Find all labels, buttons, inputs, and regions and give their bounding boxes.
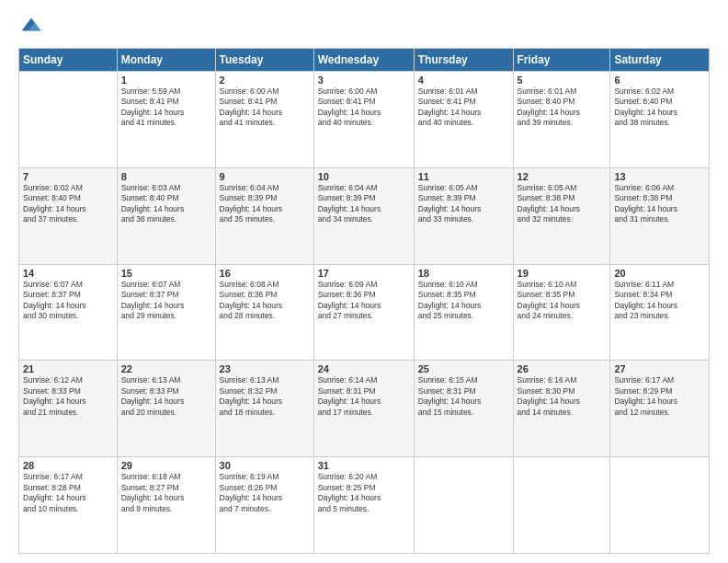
day-info: Sunrise: 6:01 AM Sunset: 8:40 PM Dayligh… [518,86,607,129]
calendar-cell: 11Sunrise: 6:05 AM Sunset: 8:39 PM Dayli… [414,167,513,264]
day-info: Sunrise: 6:13 AM Sunset: 8:32 PM Dayligh… [220,375,310,418]
logo-icon [18,15,44,40]
day-info: Sunrise: 6:04 AM Sunset: 8:39 PM Dayligh… [318,183,410,225]
calendar-cell: 28Sunrise: 6:17 AM Sunset: 8:28 PM Dayli… [19,457,118,554]
day-number: 7 [23,171,113,182]
day-number: 12 [518,171,607,182]
day-info: Sunrise: 6:09 AM Sunset: 8:36 PM Dayligh… [318,280,410,322]
day-number: 9 [220,171,310,182]
day-info: Sunrise: 6:00 AM Sunset: 8:41 PM Dayligh… [318,86,410,129]
calendar-cell: 7Sunrise: 6:02 AM Sunset: 8:40 PM Daylig… [19,167,118,264]
calendar-cell: 20Sunrise: 6:11 AM Sunset: 8:34 PM Dayli… [610,264,710,361]
day-number: 21 [23,363,113,374]
calendar-cell: 17Sunrise: 6:09 AM Sunset: 8:36 PM Dayli… [313,264,414,361]
day-info: Sunrise: 6:02 AM Sunset: 8:40 PM Dayligh… [614,86,705,129]
calendar-cell: 14Sunrise: 6:07 AM Sunset: 8:37 PM Dayli… [19,264,118,361]
calendar-cell: 2Sunrise: 6:00 AM Sunset: 8:41 PM Daylig… [215,72,313,168]
day-number: 5 [518,75,607,86]
day-number: 24 [318,363,410,374]
calendar-table: SundayMondayTuesdayWednesdayThursdayFrid… [18,48,710,554]
calendar-week-row: 7Sunrise: 6:02 AM Sunset: 8:40 PM Daylig… [19,167,710,264]
day-number: 20 [614,268,705,279]
day-number: 30 [220,460,310,471]
day-number: 1 [121,75,211,86]
calendar-cell: 9Sunrise: 6:04 AM Sunset: 8:39 PM Daylig… [215,167,313,264]
calendar-cell: 4Sunrise: 6:01 AM Sunset: 8:41 PM Daylig… [414,72,513,168]
day-number: 8 [121,171,211,182]
calendar-cell: 1Sunrise: 5:59 AM Sunset: 8:41 PM Daylig… [117,72,215,168]
day-info: Sunrise: 6:00 AM Sunset: 8:41 PM Dayligh… [220,86,310,129]
calendar-cell: 5Sunrise: 6:01 AM Sunset: 8:40 PM Daylig… [513,72,610,168]
day-number: 2 [220,75,310,86]
day-number: 3 [318,75,410,86]
header-day-wednesday: Wednesday [313,49,414,72]
day-number: 10 [318,171,410,182]
calendar-cell [414,457,513,554]
day-number: 27 [614,363,705,374]
day-number: 14 [23,268,113,279]
calendar-cell: 24Sunrise: 6:14 AM Sunset: 8:31 PM Dayli… [313,361,414,457]
calendar-cell: 23Sunrise: 6:13 AM Sunset: 8:32 PM Dayli… [215,361,313,457]
day-number: 19 [518,268,607,279]
calendar-cell: 21Sunrise: 6:12 AM Sunset: 8:33 PM Dayli… [19,361,118,457]
calendar-cell: 16Sunrise: 6:08 AM Sunset: 8:36 PM Dayli… [215,264,313,361]
header [18,15,710,40]
day-info: Sunrise: 6:05 AM Sunset: 8:39 PM Dayligh… [418,183,509,225]
logo [18,15,50,40]
calendar-cell: 8Sunrise: 6:03 AM Sunset: 8:40 PM Daylig… [117,167,215,264]
day-info: Sunrise: 6:16 AM Sunset: 8:30 PM Dayligh… [518,375,607,418]
day-info: Sunrise: 6:18 AM Sunset: 8:27 PM Dayligh… [121,472,211,514]
day-number: 31 [318,460,410,471]
day-info: Sunrise: 5:59 AM Sunset: 8:41 PM Dayligh… [121,86,211,129]
day-number: 18 [418,268,509,279]
header-day-monday: Monday [117,49,215,72]
day-info: Sunrise: 6:07 AM Sunset: 8:37 PM Dayligh… [23,280,113,322]
day-info: Sunrise: 6:07 AM Sunset: 8:37 PM Dayligh… [121,280,211,322]
day-info: Sunrise: 6:17 AM Sunset: 8:29 PM Dayligh… [614,375,705,418]
day-info: Sunrise: 6:05 AM Sunset: 8:38 PM Dayligh… [518,183,607,225]
calendar-cell: 30Sunrise: 6:19 AM Sunset: 8:26 PM Dayli… [215,457,313,554]
day-number: 28 [23,460,113,471]
day-info: Sunrise: 6:12 AM Sunset: 8:33 PM Dayligh… [23,375,113,418]
day-number: 25 [418,363,509,374]
header-day-thursday: Thursday [414,49,513,72]
day-number: 26 [518,363,607,374]
day-number: 13 [614,171,705,182]
day-info: Sunrise: 6:17 AM Sunset: 8:28 PM Dayligh… [23,472,113,514]
day-info: Sunrise: 6:14 AM Sunset: 8:31 PM Dayligh… [318,375,410,418]
day-number: 11 [418,171,509,182]
calendar-cell: 18Sunrise: 6:10 AM Sunset: 8:35 PM Dayli… [414,264,513,361]
day-info: Sunrise: 6:10 AM Sunset: 8:35 PM Dayligh… [418,280,509,322]
calendar-week-row: 28Sunrise: 6:17 AM Sunset: 8:28 PM Dayli… [19,457,710,554]
day-info: Sunrise: 6:04 AM Sunset: 8:39 PM Dayligh… [220,183,310,225]
day-info: Sunrise: 6:08 AM Sunset: 8:36 PM Dayligh… [220,280,310,322]
header-day-tuesday: Tuesday [215,49,313,72]
calendar-cell: 22Sunrise: 6:13 AM Sunset: 8:33 PM Dayli… [117,361,215,457]
day-number: 6 [614,75,705,86]
calendar-cell [19,72,118,168]
calendar-cell: 15Sunrise: 6:07 AM Sunset: 8:37 PM Dayli… [117,264,215,361]
calendar-cell: 12Sunrise: 6:05 AM Sunset: 8:38 PM Dayli… [513,167,610,264]
calendar-cell: 19Sunrise: 6:10 AM Sunset: 8:35 PM Dayli… [513,264,610,361]
header-day-saturday: Saturday [610,49,710,72]
page: SundayMondayTuesdayWednesdayThursdayFrid… [0,0,728,563]
header-day-sunday: Sunday [19,49,118,72]
day-number: 23 [220,363,310,374]
day-info: Sunrise: 6:15 AM Sunset: 8:31 PM Dayligh… [418,375,509,418]
day-info: Sunrise: 6:20 AM Sunset: 8:25 PM Dayligh… [318,472,410,514]
day-info: Sunrise: 6:03 AM Sunset: 8:40 PM Dayligh… [121,183,211,225]
calendar-cell: 29Sunrise: 6:18 AM Sunset: 8:27 PM Dayli… [117,457,215,554]
calendar-cell: 13Sunrise: 6:06 AM Sunset: 8:38 PM Dayli… [610,167,710,264]
calendar-cell [513,457,610,554]
calendar-week-row: 14Sunrise: 6:07 AM Sunset: 8:37 PM Dayli… [19,264,710,361]
day-number: 16 [220,268,310,279]
day-number: 22 [121,363,211,374]
day-number: 15 [121,268,211,279]
header-day-friday: Friday [513,49,610,72]
day-info: Sunrise: 6:19 AM Sunset: 8:26 PM Dayligh… [220,472,310,514]
calendar-cell: 6Sunrise: 6:02 AM Sunset: 8:40 PM Daylig… [610,72,710,168]
calendar-week-row: 1Sunrise: 5:59 AM Sunset: 8:41 PM Daylig… [19,72,710,168]
calendar-cell: 27Sunrise: 6:17 AM Sunset: 8:29 PM Dayli… [610,361,710,457]
calendar-cell: 10Sunrise: 6:04 AM Sunset: 8:39 PM Dayli… [313,167,414,264]
day-info: Sunrise: 6:01 AM Sunset: 8:41 PM Dayligh… [418,86,509,129]
